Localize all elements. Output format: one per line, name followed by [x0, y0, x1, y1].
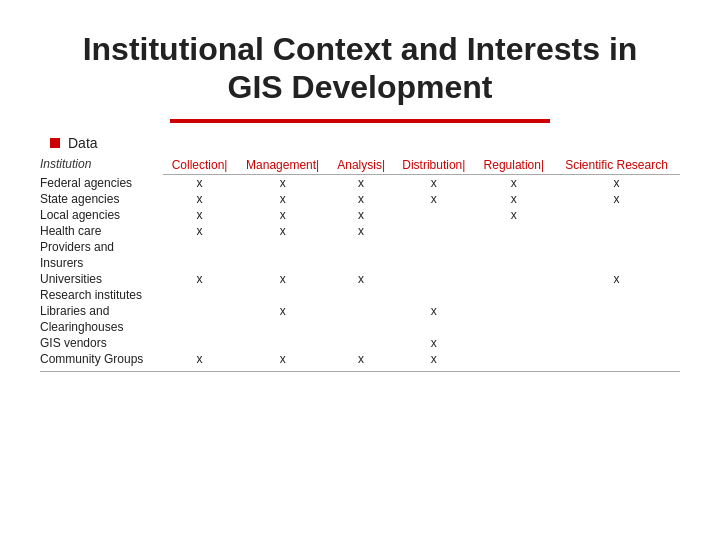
- slide: Institutional Context and Interests in G…: [0, 0, 720, 540]
- cell-management: [236, 287, 329, 303]
- cell-collection: [163, 287, 236, 303]
- row-label: Providers and: [40, 239, 163, 255]
- col-management: Management|: [236, 155, 329, 175]
- cell-scientific: [553, 335, 680, 351]
- institution-column-header: Institution: [40, 155, 163, 175]
- cell-distribution: [393, 271, 475, 287]
- table-row: Universitiesxxxx: [40, 271, 680, 287]
- table-wrapper: Institution Collection| Management| Anal…: [40, 155, 680, 520]
- cell-regulation: x: [475, 191, 553, 207]
- cell-regulation: [475, 335, 553, 351]
- cell-collection: [163, 319, 236, 335]
- cell-management: x: [236, 303, 329, 319]
- row-label: Insurers: [40, 255, 163, 271]
- legend-label: Data: [68, 135, 98, 151]
- cell-analysis: [329, 319, 393, 335]
- cell-scientific: x: [553, 271, 680, 287]
- cell-management: x: [236, 223, 329, 239]
- cell-management: [236, 319, 329, 335]
- cell-collection: [163, 303, 236, 319]
- cell-distribution: x: [393, 175, 475, 192]
- table-row: Community Groupsxxxx: [40, 351, 680, 367]
- col-distribution: Distribution|: [393, 155, 475, 175]
- row-label: Research institutes: [40, 287, 163, 303]
- cell-analysis: x: [329, 351, 393, 367]
- cell-management: [236, 335, 329, 351]
- cell-management: [236, 239, 329, 255]
- cell-regulation: [475, 223, 553, 239]
- col-analysis: Analysis|: [329, 155, 393, 175]
- table-row: State agenciesxxxxxx: [40, 191, 680, 207]
- main-table: Institution Collection| Management| Anal…: [40, 155, 680, 368]
- cell-scientific: [553, 303, 680, 319]
- row-label: GIS vendors: [40, 335, 163, 351]
- cell-analysis: x: [329, 223, 393, 239]
- cell-analysis: [329, 287, 393, 303]
- cell-collection: x: [163, 175, 236, 192]
- table-row: Providers and: [40, 239, 680, 255]
- table-row: Health carexxx: [40, 223, 680, 239]
- table-row: Libraries andxx: [40, 303, 680, 319]
- cell-distribution: [393, 287, 475, 303]
- cell-regulation: [475, 303, 553, 319]
- cell-collection: x: [163, 351, 236, 367]
- cell-scientific: [553, 351, 680, 367]
- cell-management: x: [236, 175, 329, 192]
- cell-analysis: x: [329, 175, 393, 192]
- table-bottom-line: [40, 371, 680, 372]
- table-row: GIS vendorsx: [40, 335, 680, 351]
- cell-scientific: [553, 255, 680, 271]
- cell-collection: x: [163, 207, 236, 223]
- cell-distribution: [393, 255, 475, 271]
- table-row: Clearinghouses: [40, 319, 680, 335]
- row-label: Federal agencies: [40, 175, 163, 192]
- cell-scientific: [553, 287, 680, 303]
- cell-management: x: [236, 207, 329, 223]
- row-label: Community Groups: [40, 351, 163, 367]
- row-label: Health care: [40, 223, 163, 239]
- row-label: Libraries and: [40, 303, 163, 319]
- col-scientific: Scientific Research: [553, 155, 680, 175]
- row-label: State agencies: [40, 191, 163, 207]
- row-label: Clearinghouses: [40, 319, 163, 335]
- col-collection: Collection|: [163, 155, 236, 175]
- table-row: Local agenciesxxxx: [40, 207, 680, 223]
- table-row: Research institutes: [40, 287, 680, 303]
- cell-distribution: [393, 207, 475, 223]
- cell-regulation: [475, 271, 553, 287]
- table-row: Insurers: [40, 255, 680, 271]
- cell-management: x: [236, 271, 329, 287]
- cell-distribution: x: [393, 303, 475, 319]
- cell-regulation: [475, 239, 553, 255]
- cell-regulation: [475, 255, 553, 271]
- cell-scientific: x: [553, 191, 680, 207]
- col-regulation: Regulation|: [475, 155, 553, 175]
- table-row: Federal agenciesxxxxxx: [40, 175, 680, 192]
- cell-management: x: [236, 351, 329, 367]
- cell-regulation: [475, 351, 553, 367]
- cell-distribution: x: [393, 191, 475, 207]
- legend-row: Data: [50, 135, 680, 151]
- cell-analysis: x: [329, 207, 393, 223]
- cell-management: x: [236, 191, 329, 207]
- cell-collection: x: [163, 191, 236, 207]
- cell-distribution: x: [393, 351, 475, 367]
- cell-regulation: x: [475, 207, 553, 223]
- cell-distribution: [393, 223, 475, 239]
- cell-scientific: [553, 319, 680, 335]
- cell-distribution: x: [393, 335, 475, 351]
- cell-distribution: [393, 239, 475, 255]
- slide-title: Institutional Context and Interests in G…: [40, 30, 680, 107]
- title-underline: [170, 119, 550, 123]
- cell-analysis: [329, 303, 393, 319]
- cell-scientific: [553, 223, 680, 239]
- cell-management: [236, 255, 329, 271]
- row-label: Local agencies: [40, 207, 163, 223]
- row-label: Universities: [40, 271, 163, 287]
- legend-bullet: [50, 138, 60, 148]
- cell-collection: x: [163, 223, 236, 239]
- cell-distribution: [393, 319, 475, 335]
- cell-collection: [163, 335, 236, 351]
- cell-collection: x: [163, 271, 236, 287]
- cell-analysis: [329, 239, 393, 255]
